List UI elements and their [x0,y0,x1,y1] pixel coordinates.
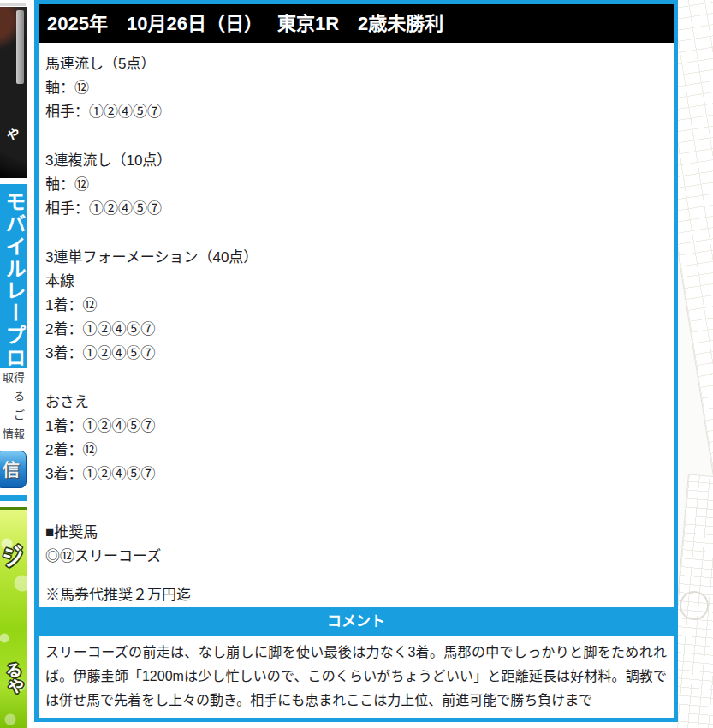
newspaper-sheet [674,0,713,521]
divider [0,3,26,6]
bet-group-osae: おさえ 1着：①②④⑤⑦ 2着：⑫ 3着：①②④⑤⑦ [45,391,667,486]
bet-line: 本線 [45,270,667,294]
bet-group-title: 馬連流し（5点） [45,52,667,76]
bet-group-umaren: 馬連流し（5点） 軸：⑫ 相手：①②④⑤⑦ [45,52,667,124]
sidebar-photo-ad[interactable]: や [0,7,27,178]
recommended-horse-heading: ■推奨馬 [45,521,667,545]
bet-line: 1着：⑫ [45,294,667,318]
comment-text: スリーコーズの前走は、なし崩しに脚を使い最後は力なく3着。馬郡の中でしっかりと脚… [45,641,667,713]
recommended-horse-name: ◎⑫スリーコーズ [45,545,667,569]
bet-line: 3着：①②④⑤⑦ [45,342,667,366]
info-fragment: ご [0,406,27,425]
bet-line: 軸：⑫ [45,173,667,197]
mobile-racepro-widget[interactable]: モバイルレープロ 取得 る ご 情報 信 [0,184,27,501]
phone-object [16,10,24,84]
bet-line: 3着：①②④⑤⑦ [45,462,667,486]
info-fragment: る [0,387,27,406]
green-banner-text-fragment: るや [0,660,27,695]
race-header: 2025年 10月26日（日） 東京1R 2歳未勝利 [39,4,674,43]
bet-line: 軸：⑫ [45,76,667,100]
bet-group-title: おさえ [45,391,667,415]
mobile-racepro-vertical-title: モバイルレープロ [0,191,27,368]
bet-line: 相手：①②④⑤⑦ [45,100,667,124]
info-fragment: 取得 [0,368,27,387]
bet-list: 馬連流し（5点） 軸：⑫ 相手：①②④⑤⑦ 3連複流し（10点） 軸：⑫ 相手：… [39,43,674,607]
sidebar-green-ad-banner[interactable]: ジ るや [0,507,27,728]
bet-line: 1着：①②④⑤⑦ [45,415,667,439]
bet-line: 相手：①②④⑤⑦ [45,197,667,221]
race-title: 2025年 10月26日（日） 東京1R 2歳未勝利 [47,13,443,34]
bet-group-title: 3連複流し（10点） [45,149,667,173]
mobile-racepro-title-panel: モバイルレープロ [0,184,27,368]
tip-sheet: 2025年 10月26日（日） 東京1R 2歳未勝利 馬連流し（5点） 軸：⑫ … [34,0,678,722]
green-banner-text-fragment: ジ [0,536,27,572]
budget-note: ※馬券代推奨２万円迄 [45,583,667,607]
page: や モバイルレープロ 取得 る ご 情報 信 ジ るや 2025年 10月26日… [0,0,713,728]
bet-group-title: 3連単フォーメーション（40点） [45,246,667,270]
comment-header-button[interactable]: コメント [39,607,674,636]
bet-line: 2着：⑫ [45,439,667,462]
send-button[interactable]: 信 [0,451,27,488]
bet-line: 2着：①②④⑤⑦ [45,318,667,342]
widget-bottom-border [0,495,27,501]
mobile-racepro-info: 取得 る ご 情報 信 [0,368,27,495]
left-sidebar: や モバイルレープロ 取得 る ご 情報 信 ジ るや [0,0,28,728]
ad-text-fragment: や [3,123,21,145]
newspaper-background [674,0,713,728]
budget-note-block: ※馬券代推奨２万円迄 [45,583,667,607]
bet-group-sanrentan: 3連単フォーメーション（40点） 本線 1着：⑫ 2着：①②④⑤⑦ 3着：①②④… [45,246,667,366]
info-fragment: 情報 [0,425,27,444]
bet-group-sanrenpuku: 3連複流し（10点） 軸：⑫ 相手：①②④⑤⑦ [45,149,667,221]
recommended-horse-block: ■推奨馬 ◎⑫スリーコーズ [45,521,667,569]
